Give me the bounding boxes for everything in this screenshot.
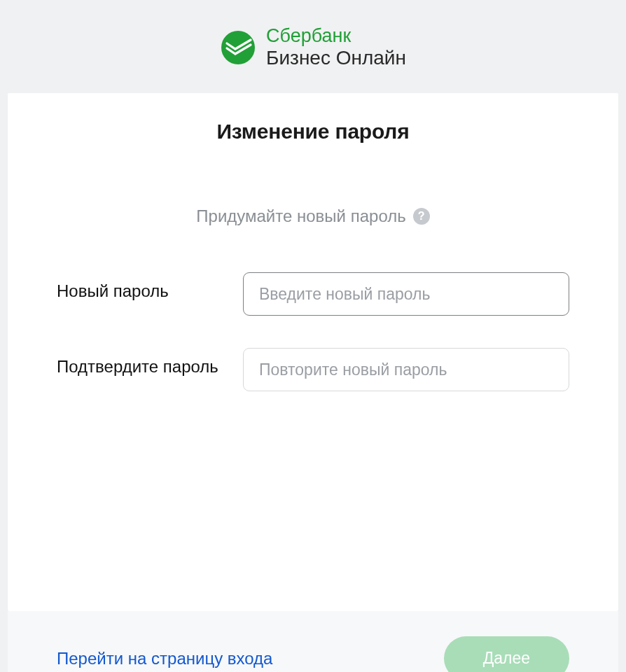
confirm-password-label: Подтвердите пароль [57, 348, 243, 377]
password-change-card: Изменение пароля Придумайте новый пароль… [8, 93, 618, 611]
spacer [8, 424, 618, 611]
page-title: Изменение пароля [8, 120, 618, 144]
brand-name-line1: Сбербанк [266, 25, 406, 47]
confirm-password-row: Подтвердите пароль [57, 348, 569, 391]
brand-name-line2: Бизнес Онлайн [266, 47, 406, 69]
subtitle-row: Придумайте новый пароль ? [8, 206, 618, 226]
next-button[interactable]: Далее [444, 636, 569, 672]
brand-text: Сбербанк Бизнес Онлайн [266, 25, 406, 69]
help-icon[interactable]: ? [413, 208, 430, 225]
subtitle-text: Придумайте новый пароль [196, 206, 405, 226]
new-password-label: Новый пароль [57, 272, 243, 302]
confirm-password-input[interactable] [243, 348, 569, 391]
brand-logo: Сбербанк Бизнес Онлайн [220, 25, 406, 69]
new-password-row: Новый пароль [57, 272, 569, 316]
new-password-input[interactable] [243, 272, 569, 316]
sberbank-logo-icon [220, 29, 256, 66]
app-header: Сбербанк Бизнес Онлайн [0, 0, 626, 93]
go-to-login-link[interactable]: Перейти на страницу входа [57, 649, 272, 668]
card-footer: Перейти на страницу входа Далее [8, 611, 618, 672]
password-form: Новый пароль Подтвердите пароль [8, 226, 618, 391]
